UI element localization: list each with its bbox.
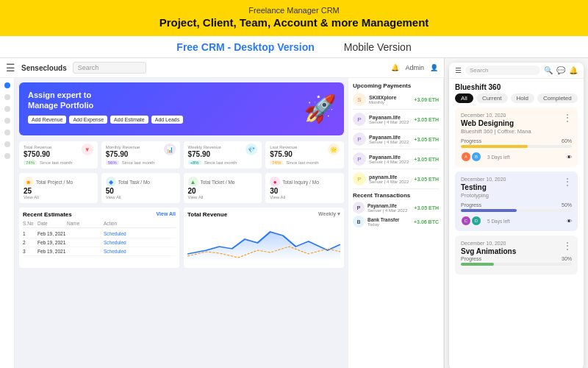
bell-icon[interactable]: 🔔 — [391, 64, 399, 71]
transaction-date-2: Today — [368, 222, 411, 227]
payment-icon-3: P — [353, 152, 366, 166]
monthly-revenue-value: $75.90 — [106, 150, 140, 158]
payment-name-2: Payanam.life — [369, 135, 411, 140]
estimates-panel-title: Recent Estimates View All — [23, 211, 176, 218]
sidebar-item-7[interactable] — [4, 153, 10, 159]
payment-item: P Payanam.life Senver | 4 Mar 2022 +3.05… — [353, 152, 439, 169]
card2-footer: C D 5 Days left 👁 — [461, 216, 572, 226]
payment-item: S SKillXplore Monthly +3.09 ETH — [353, 93, 439, 110]
more-options-icon-2[interactable]: ⋮ — [563, 177, 572, 187]
mobile-hamburger-icon[interactable]: ☰ — [455, 66, 462, 74]
recent-transactions-title: Recent Transactions — [353, 192, 439, 199]
payments-panel: Upcoming Payments S SKillXplore Monthly … — [348, 78, 444, 368]
projects-icon: ■ — [24, 177, 34, 187]
card3-progress-bar — [461, 263, 572, 266]
avatar-1: A — [461, 152, 471, 162]
payment-date-4: Senver | 4 Mar 2022 — [369, 180, 411, 184]
projects-viewall[interactable]: View All — [24, 195, 93, 199]
inquiry-viewall[interactable]: View All — [270, 195, 340, 199]
payment-amount-4: +3.05 ETH — [414, 177, 439, 182]
tab-all[interactable]: All — [455, 93, 473, 103]
card1-footer: A B 3 Days left 👁 — [461, 152, 572, 162]
mobile-card-web-designing: ⋮ December 10, 2020 Web Designing Bluesh… — [455, 107, 578, 167]
card2-progress-fill — [461, 209, 517, 212]
row2-name — [67, 240, 104, 245]
row2-date: Feb 19, 2021 — [37, 240, 67, 245]
mobile-cards-scroll[interactable]: ⋮ December 10, 2020 Web Designing Bluesh… — [449, 107, 584, 368]
card1-subtitle: Blueshift 360 | Coffixe: Mana — [461, 128, 572, 135]
admin-label: Admin — [405, 64, 424, 71]
add-revenue-button[interactable]: Add Revenue — [28, 116, 66, 124]
hero-title: Assign expert to Manage Portfolio — [28, 90, 335, 111]
row3-date: Feb 19, 2021 — [37, 249, 67, 254]
payment-info-2: Payanam.life Senver | 4 Mar 2022 — [369, 135, 411, 144]
mobile-chat-icon[interactable]: 💬 — [556, 66, 565, 74]
payment-item: P Payanam.life Senver | 4 Mar 2022 +3.05… — [353, 132, 439, 149]
payment-icon-4: P — [353, 172, 366, 185]
card1-eye-icon[interactable]: 👁 — [567, 155, 572, 160]
weekly-revenue-since: Since last month — [204, 160, 237, 165]
monthly-revenue-label: Monthly Revenue — [106, 145, 140, 149]
hamburger-icon[interactable]: ☰ — [6, 62, 15, 74]
sidebar-item-2[interactable] — [4, 94, 10, 100]
payment-item: P paynam.life Senver | 4 Mar 2022 +3.05 … — [353, 172, 439, 189]
weekly-revenue-badge: +8% — [188, 160, 201, 165]
card3-title: Svg Animations — [461, 247, 572, 255]
tasks-label: Total Task / Mo — [118, 180, 150, 185]
row1-sno: 1 — [23, 231, 37, 236]
sidebar-item-1[interactable] — [4, 82, 10, 88]
row1-name — [67, 231, 104, 236]
add-estimate-button[interactable]: Add Estimate — [110, 116, 148, 124]
mobile-bell-icon[interactable]: 🔔 — [569, 66, 578, 74]
estimates-panel: Recent Estimates View All S.No Date Name… — [19, 208, 179, 268]
sidebar-item-5[interactable] — [4, 130, 10, 135]
more-options-icon[interactable]: ⋮ — [563, 113, 572, 123]
mobile-search-icon[interactable]: 🔍 — [544, 66, 553, 74]
hero-buttons: Add Revenue Add Expense Add Estimate Add… — [28, 116, 335, 124]
sidebar-item-4[interactable] — [4, 118, 10, 124]
estimates-table-header: S.No Date Name Action — [23, 221, 176, 228]
payment-item: P Payanam.life Senver | 4 Mar 2022 +3.05… — [353, 113, 439, 130]
avatar-2: B — [471, 152, 481, 162]
card2-progress-bar — [461, 209, 572, 212]
app-name: Freelance Manager CRM — [7, 6, 581, 15]
more-options-icon-3[interactable]: ⋮ — [563, 241, 572, 251]
payment-info-skillxplore: SKillXplore Monthly — [369, 95, 411, 105]
row3-sno: 3 — [23, 249, 37, 254]
estimates-view-all[interactable]: View All — [157, 211, 176, 218]
mobile-search-input[interactable]: Search — [465, 66, 540, 75]
tab-completed[interactable]: Completed — [537, 93, 578, 103]
card2-progress-label: Progress50% — [461, 202, 572, 208]
transaction-item: P Payanam.life Senver | 4 Mar 2022 +3.05… — [353, 202, 439, 213]
topbar-icons: 🔔 Admin 👤 — [391, 64, 438, 71]
transaction-item: B Bank Transfer Today +3.06 BTC — [353, 216, 439, 227]
payment-name-1: Payanam.life — [369, 115, 411, 120]
tagline: Project, Client, Team, Account & more Ma… — [7, 16, 581, 29]
stat-card-monthly: Monthly Revenue $75.90 📊 56% Since last … — [101, 141, 180, 169]
crm-sidebar — [0, 78, 15, 368]
rocket-illustration: 🚀 — [304, 93, 337, 124]
card2-title: Testing — [461, 183, 572, 191]
top-header: Freelance Manager CRM Project, Client, T… — [0, 0, 588, 36]
tasks-viewall[interactable]: View All — [106, 195, 176, 199]
crm-body: Assign expert to Manage Portfolio Add Re… — [0, 78, 444, 368]
sidebar-item-3[interactable] — [4, 106, 10, 112]
payment-info-3: Payanam.life Senver | 4 Mar 2022 — [369, 155, 411, 164]
card2-eye-icon[interactable]: 👁 — [567, 219, 572, 224]
tickets-viewall[interactable]: View All — [188, 195, 258, 199]
add-leads-button[interactable]: Add Leads — [151, 116, 183, 124]
revenue-chart-panel: Total Revenue Weekly ▾ — [184, 208, 344, 268]
inquiry-icon: ● — [270, 177, 280, 187]
tab-hold[interactable]: Hold — [511, 93, 534, 103]
row2-sno: 2 — [23, 240, 37, 245]
crm-search-box[interactable]: Search — [73, 62, 146, 74]
sidebar-item-6[interactable] — [4, 141, 10, 147]
table-row: 3 Feb 19, 2021 Scheduled — [23, 247, 176, 256]
transaction-amount-1: +3.05 ETH — [414, 205, 439, 210]
add-expense-button[interactable]: Add Expense — [69, 116, 107, 124]
transaction-icon-1: P — [353, 202, 365, 213]
card1-avatars: A B — [461, 152, 481, 162]
tab-current[interactable]: Current — [476, 93, 508, 103]
mobile-tabs: All Current Hold Completed — [449, 93, 584, 103]
avatar-3: C — [461, 216, 471, 226]
